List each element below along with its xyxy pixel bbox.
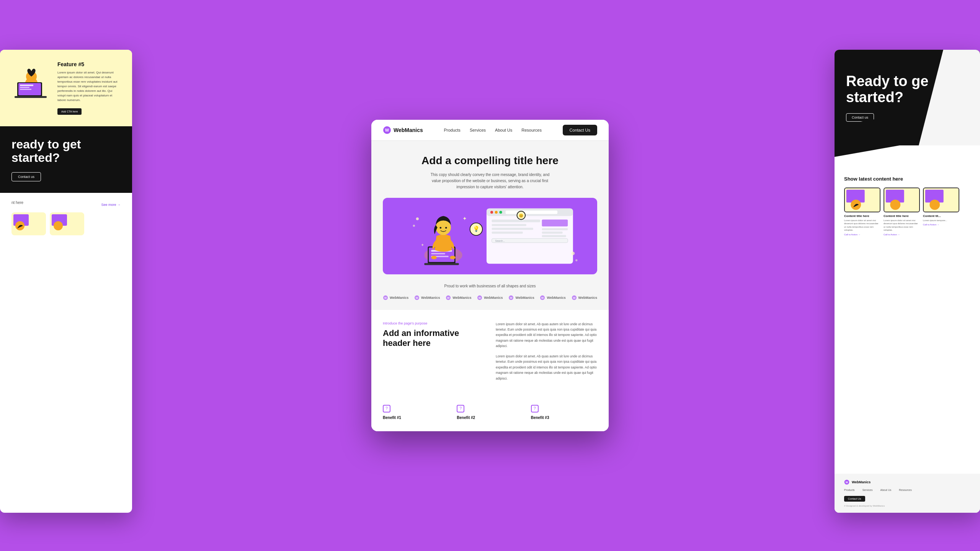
right-panel-card-3-info: Content tit... Lorem ipsum tempore... Ca…: [923, 214, 959, 226]
left-panel-black-button[interactable]: Contact us: [11, 172, 41, 181]
left-panel-content-label: nt here: [11, 201, 23, 205]
right-panel-black-button[interactable]: Contact us: [846, 113, 874, 122]
svg-rect-7: [20, 89, 31, 90]
svg-text:✦: ✦: [421, 243, 424, 247]
svg-rect-6: [20, 87, 29, 88]
right-panel-footer-logo-row: W WebManics: [844, 479, 970, 485]
svg-text:W: W: [846, 481, 848, 484]
benefit-1-title: Benefit #1: [383, 416, 449, 420]
right-panel-footer-contact-button[interactable]: Contact Us: [844, 496, 865, 502]
right-panel-card-2-text: Lorem ipsum dolor sit amet nisi deserunt…: [884, 219, 920, 232]
left-panel: Feature #5 Lorem ipsum dolor sit amet. Q…: [0, 50, 132, 513]
right-panel-card-1-cta[interactable]: Call to Action →: [844, 233, 880, 236]
svg-point-62: [571, 251, 575, 255]
svg-point-58: [431, 256, 436, 259]
logo-item-6: W WebManics: [540, 295, 565, 300]
logos-tagline: Proud to work with businesses of all sha…: [383, 284, 597, 288]
navbar-logo-icon: W: [383, 126, 391, 134]
nav-products[interactable]: Products: [444, 128, 460, 132]
right-panel-footer-nav: Products Services About Us Resources: [844, 489, 970, 491]
right-panel-card-2-title: Content title here: [884, 214, 920, 218]
hero-image: Search... 💡 😊: [383, 198, 597, 274]
features-header: Add an informative header here: [383, 328, 467, 349]
right-panel-black-section: Ready to ge started? Contact us: [835, 50, 980, 145]
logo-5-text: WebManics: [515, 296, 534, 300]
footer-nav-about[interactable]: About Us: [880, 489, 891, 491]
nav-services[interactable]: Services: [470, 128, 486, 132]
features-left-column: Introduce the page's purpose Add an info…: [383, 321, 484, 386]
svg-rect-3: [15, 96, 47, 98]
svg-text:W: W: [385, 128, 389, 132]
navbar-nav: Products Services About Us Resources: [444, 128, 541, 132]
hero-title: Add a compelling title here: [383, 154, 597, 167]
svg-point-22: [929, 200, 940, 210]
right-panel-footer-logo-text: WebManics: [852, 480, 871, 484]
nav-resources[interactable]: Resources: [521, 128, 542, 132]
left-panel-feature-section: Feature #5 Lorem ipsum dolor sit amet. Q…: [0, 50, 132, 126]
logo-2-text: WebManics: [421, 296, 440, 300]
footer-nav-resources[interactable]: Resources: [899, 489, 911, 491]
logo-4-icon: W: [477, 295, 482, 300]
svg-rect-33: [506, 210, 557, 214]
right-panel-card-1: Content title here Lorem ipsum dolor sit…: [844, 187, 880, 236]
features-right-column: Lorem ipsum dolor sit amet. Ab quas aute…: [496, 321, 597, 386]
benefit-3-icon: ?: [531, 405, 539, 412]
left-panel-content-section: nt here See more →: [0, 193, 132, 243]
logo-item-5: W WebManics: [508, 295, 534, 300]
nav-about-us[interactable]: About Us: [495, 128, 512, 132]
logo-3-text: WebManics: [452, 296, 471, 300]
svg-text:W: W: [510, 297, 513, 299]
footer-nav-services[interactable]: Services: [862, 489, 873, 491]
left-panel-illustration: [11, 61, 50, 99]
svg-point-63: [575, 259, 577, 261]
navbar-logo: W WebManics: [383, 126, 423, 134]
hero-subtitle: This copy should clearly convey the core…: [429, 172, 551, 190]
left-panel-feature-content: Feature #5 Lorem ipsum dolor sit amet. Q…: [57, 61, 121, 115]
svg-text:W: W: [447, 297, 450, 299]
features-layout: Introduce the page's purpose Add an info…: [383, 321, 597, 386]
benefit-3: ? Benefit #3: [531, 405, 597, 420]
svg-text:W: W: [479, 297, 481, 299]
benefits-section: ? Benefit #1 ? Benefit #2 ? Benefit #3: [371, 397, 609, 431]
left-panel-see-more[interactable]: See more →: [101, 203, 121, 207]
logo-2-icon: W: [414, 295, 420, 300]
logo-1-icon: W: [383, 295, 388, 300]
right-panel-card-1-text: Lorem ipsum dolor sit amet nisi deserunt…: [844, 219, 880, 232]
right-panel-card-3-text: Lorem ipsum tempore...: [923, 219, 959, 222]
left-panel-cta-button[interactable]: Add CTA here: [57, 108, 82, 115]
svg-rect-38: [542, 219, 568, 226]
benefit-1-icon: ?: [383, 405, 390, 412]
svg-rect-51: [424, 263, 459, 265]
right-panel-content-title: Show latest content here: [844, 176, 970, 182]
benefit-2: ? Benefit #2: [457, 405, 523, 420]
logo-3-icon: W: [446, 295, 451, 300]
right-panel-card-2-cta[interactable]: Call to Action →: [884, 233, 920, 236]
benefit-2-title: Benefit #2: [457, 416, 523, 420]
benefit-2-icon: ?: [457, 405, 464, 412]
right-panel-card-3: Content tit... Lorem ipsum tempore... Ca…: [923, 187, 959, 236]
navbar-contact-button[interactable]: Contact Us: [563, 125, 597, 135]
svg-rect-5: [20, 85, 33, 86]
svg-point-57: [445, 227, 447, 229]
footer-nav-products[interactable]: Products: [844, 489, 855, 491]
svg-rect-53: [431, 253, 445, 254]
left-panel-black-section: ready to get started? Contact us: [0, 126, 132, 193]
logos-section: Proud to work with businesses of all sha…: [371, 274, 609, 310]
right-panel-card-3-cta[interactable]: Call to Action →: [923, 223, 959, 226]
logo-4-text: WebManics: [484, 296, 503, 300]
right-panel-cards: Content title here Lorem ipsum dolor sit…: [844, 187, 970, 236]
svg-text:💡: 💡: [473, 225, 480, 232]
svg-point-60: [416, 217, 419, 220]
left-panel-feature-text: Lorem ipsum dolor sit amet. Qui deserunt…: [57, 70, 121, 103]
svg-rect-35: [492, 224, 526, 226]
svg-point-19: [890, 200, 900, 210]
features-section: Introduce the page's purpose Add an info…: [371, 310, 609, 397]
logo-item-4: W WebManics: [477, 295, 503, 300]
logo-item-3: W WebManics: [446, 295, 471, 300]
left-panel-cards: [11, 212, 121, 235]
left-panel-card-2: [50, 212, 84, 235]
features-body-2: Lorem ipsum dolor sit amet. Ab quas aute…: [496, 354, 597, 381]
right-panel-card-3-title: Content tit...: [923, 214, 959, 218]
svg-rect-39: [542, 228, 568, 230]
logo-5-icon: W: [508, 295, 514, 300]
